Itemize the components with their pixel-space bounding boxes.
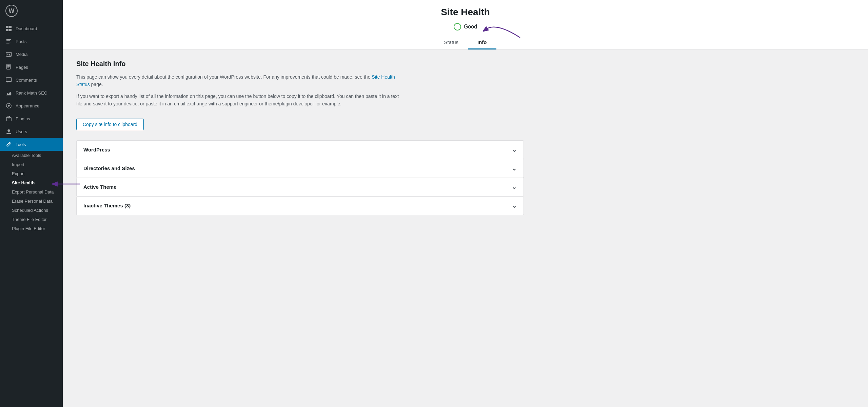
sidebar-item-appearance-label: Appearance (16, 103, 39, 108)
health-label: Good (464, 24, 477, 30)
sidebar-item-users-label: Users (16, 129, 27, 134)
svg-point-26 (7, 129, 10, 132)
appearance-icon (5, 102, 12, 109)
main-content: Site Health Good Status Info (63, 0, 868, 407)
svg-marker-12 (9, 54, 11, 55)
chevron-down-icon: ⌄ (512, 165, 517, 172)
sidebar-item-pages-label: Pages (16, 65, 28, 70)
sidebar-item-pages[interactable]: Pages (0, 61, 63, 74)
svg-rect-5 (9, 29, 12, 31)
section-title: Site Health Info (76, 60, 524, 68)
sidebar-item-plugins[interactable]: Plugins (0, 112, 63, 125)
accordion-inactive-themes-header[interactable]: Inactive Themes (3) ⌄ (77, 197, 524, 215)
svg-point-11 (7, 54, 9, 55)
pages-icon (5, 64, 12, 70)
health-circle-indicator (454, 23, 461, 30)
svg-rect-9 (6, 43, 9, 44)
posts-icon (5, 38, 12, 45)
submenu-item-export[interactable]: Export (0, 169, 63, 178)
svg-rect-14 (7, 65, 10, 66)
sidebar-item-dashboard-label: Dashboard (16, 26, 37, 31)
submenu-item-erase-personal[interactable]: Erase Personal Data (0, 197, 63, 206)
sidebar-item-users[interactable]: Users (0, 125, 63, 138)
comments-icon (5, 77, 12, 83)
submenu-item-plugin-file-editor[interactable]: Plugin File Editor (0, 224, 63, 233)
content-body: Site Health Info This page can show you … (63, 50, 537, 225)
accordion-active-theme: Active Theme ⌄ (76, 178, 524, 197)
sidebar-item-rankmath-label: Rank Math SEO (16, 90, 47, 96)
plugins-icon (5, 115, 12, 122)
accordion-wordpress-header[interactable]: WordPress ⌄ (77, 141, 524, 159)
description-2: If you want to export a handy list of al… (76, 93, 402, 108)
description-1: This page can show you every detail abou… (76, 73, 402, 88)
copy-clipboard-button[interactable]: Copy site info to clipboard (76, 119, 144, 130)
sidebar: W Dashboard Posts Media Pages Comments (0, 0, 63, 407)
page-header: Site Health Good Status Info (63, 0, 868, 50)
sidebar-item-posts-label: Posts (16, 39, 27, 44)
sidebar-item-rankmath[interactable]: Rank Math SEO (0, 86, 63, 99)
wp-logo: W (0, 0, 63, 22)
svg-rect-8 (6, 42, 11, 42)
tools-icon (5, 141, 12, 148)
svg-marker-19 (6, 91, 11, 95)
svg-rect-6 (6, 39, 11, 40)
submenu-item-scheduled-actions[interactable]: Scheduled Actions (0, 206, 63, 215)
submenu-item-import[interactable]: Import (0, 160, 63, 169)
svg-rect-16 (7, 67, 9, 67)
sidebar-item-media[interactable]: Media (0, 48, 63, 61)
sidebar-item-comments[interactable]: Comments (0, 74, 63, 86)
submenu-item-theme-file-editor[interactable]: Theme File Editor (0, 215, 63, 224)
sidebar-item-media-label: Media (16, 52, 27, 57)
submenu-item-site-health[interactable]: Site Health (0, 178, 63, 187)
submenu-item-available-tools[interactable]: Available Tools (0, 151, 63, 160)
accordion-container: WordPress ⌄ Directories and Sizes ⌄ Acti… (76, 140, 524, 215)
health-status: Good (73, 23, 858, 30)
accordion-wordpress: WordPress ⌄ (76, 140, 524, 159)
sidebar-item-dashboard[interactable]: Dashboard (0, 22, 63, 35)
tab-info[interactable]: Info (468, 36, 496, 49)
chevron-down-icon: ⌄ (512, 183, 517, 191)
users-icon (5, 128, 12, 135)
accordion-directories: Directories and Sizes ⌄ (76, 159, 524, 178)
svg-rect-13 (7, 64, 11, 69)
sidebar-item-plugins-label: Plugins (16, 116, 30, 121)
svg-point-21 (8, 105, 9, 106)
svg-line-27 (9, 143, 11, 144)
chevron-down-icon: ⌄ (512, 202, 517, 209)
accordion-active-theme-header[interactable]: Active Theme ⌄ (77, 178, 524, 196)
accordion-directories-header[interactable]: Directories and Sizes ⌄ (77, 159, 524, 178)
sidebar-item-tools-label: Tools (16, 142, 26, 147)
svg-rect-15 (7, 66, 10, 66)
svg-rect-2 (6, 26, 8, 28)
chevron-down-icon: ⌄ (512, 146, 517, 154)
svg-rect-17 (6, 78, 12, 82)
media-icon (5, 51, 12, 58)
rankmath-icon (5, 89, 12, 96)
tab-status[interactable]: Status (434, 36, 468, 49)
svg-rect-4 (6, 29, 8, 31)
svg-rect-24 (6, 117, 11, 121)
accordion-inactive-themes: Inactive Themes (3) ⌄ (76, 197, 524, 215)
submenu-item-export-personal[interactable]: Export Personal Data (0, 187, 63, 197)
svg-rect-3 (9, 26, 12, 28)
svg-rect-7 (6, 40, 10, 41)
sidebar-item-appearance[interactable]: Appearance (0, 99, 63, 112)
page-tabs: Status Info (73, 36, 858, 49)
dashboard-icon (5, 25, 12, 32)
sidebar-item-tools[interactable]: Tools (0, 138, 63, 151)
tools-submenu: Available Tools Import Export Site Healt… (0, 151, 63, 233)
svg-rect-25 (8, 119, 9, 119)
sidebar-item-posts[interactable]: Posts (0, 35, 63, 48)
sidebar-item-comments-label: Comments (16, 78, 37, 83)
page-title: Site Health (73, 7, 858, 18)
svg-text:W: W (9, 7, 15, 14)
